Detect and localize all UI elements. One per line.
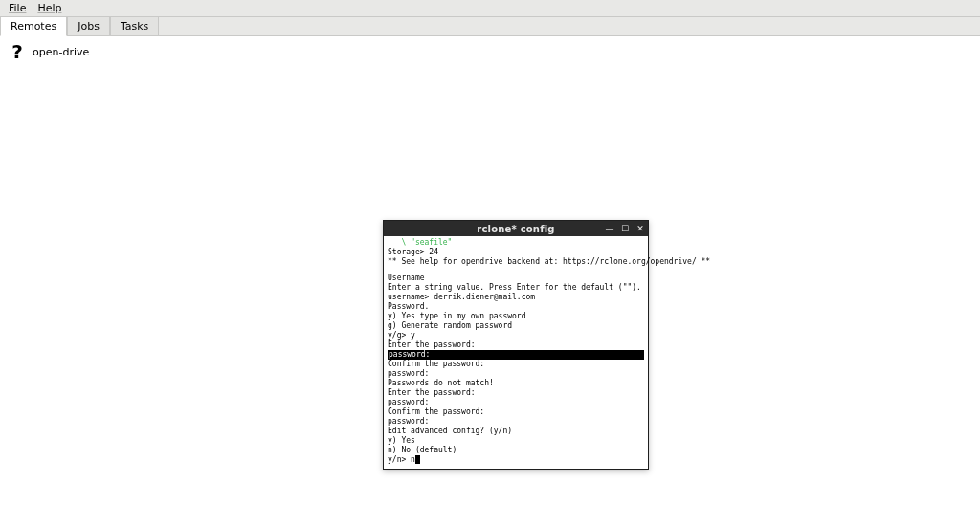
terminal-cursor [415,455,420,464]
tab-tasks[interactable]: Tasks [110,16,159,35]
terminal-line: Confirm the password: [388,407,644,417]
terminal-line: Password. [388,302,644,312]
menubar: File Help [0,0,980,17]
maximize-icon[interactable]: ☐ [620,224,630,233]
terminal-line: Enter the password: [388,388,644,398]
remote-label: open-drive [33,46,89,58]
terminal-line: password: [388,369,644,379]
menu-item-file[interactable]: File [3,1,32,15]
tab-remotes[interactable]: Remotes [0,16,67,36]
terminal-line: \ "seafile" [388,238,644,248]
terminal-line: Passwords do not match! [388,379,644,388]
terminal-line: Confirm the password: [388,360,644,369]
terminal-line: g) Generate random password [388,321,644,331]
terminal-line: Edit advanced config? (y/n) [388,427,644,436]
terminal-line: y/n> n [388,455,644,465]
terminal-line: password: [388,350,644,360]
unknown-remote-icon: ? [8,42,27,61]
terminal-line: username> derrik.diener@mail.com [388,293,644,302]
terminal-line: Enter a string value. Press Enter for th… [388,283,644,293]
list-item[interactable]: ? open-drive [0,36,980,67]
terminal-line: y/g> y [388,331,644,340]
terminal-line: ** See help for opendrive backend at: ht… [388,257,644,267]
terminal-line [388,267,644,274]
close-icon[interactable]: ✕ [635,224,645,233]
tabstrip: Remotes Jobs Tasks [0,17,980,36]
terminal-line: y) Yes [388,436,644,446]
minimize-icon[interactable]: — [605,224,614,233]
terminal-line: password: [388,417,644,427]
terminal-line: Enter the password: [388,340,644,350]
terminal-titlebar[interactable]: rclone* config — ☐ ✕ [384,221,648,236]
tab-jobs[interactable]: Jobs [67,16,110,35]
terminal-window[interactable]: rclone* config — ☐ ✕ \ "seafile"Storage>… [383,220,649,470]
terminal-line: n) No (default) [388,446,644,455]
terminal-line: Username [388,274,644,283]
content-area: ? open-drive rclone* config — ☐ ✕ \ "sea… [0,36,980,526]
terminal-line: Storage> 24 [388,248,644,257]
menu-item-help[interactable]: Help [32,1,67,15]
terminal-line: password: [388,398,644,407]
terminal-line: y) Yes type in my own password [388,312,644,321]
terminal-body[interactable]: \ "seafile"Storage> 24** See help for op… [384,236,648,469]
